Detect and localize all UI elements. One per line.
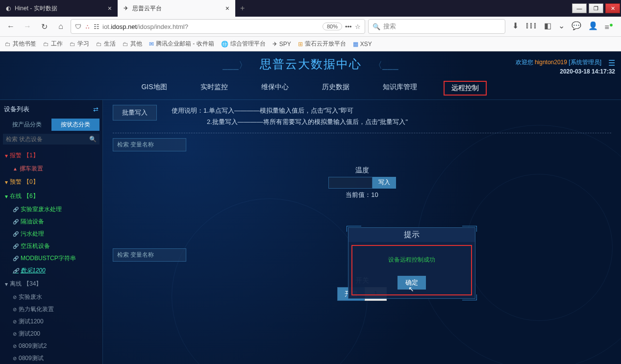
device-item[interactable]: 🔗污水处理 xyxy=(3,228,99,240)
nav-remote-control[interactable]: 远程控制 xyxy=(444,81,487,96)
device-item-selected[interactable]: 🔗数采1200 xyxy=(3,265,99,277)
variable-search[interactable]: 检索 变量名称 xyxy=(113,138,186,151)
close-icon[interactable]: × xyxy=(108,4,112,12)
chevron-down-icon: ▾ xyxy=(5,152,8,159)
dialog-ok-button[interactable]: 确定 xyxy=(397,276,426,290)
sort-icon[interactable]: ⇄ xyxy=(93,106,99,113)
reload-button[interactable]: ↻ xyxy=(37,20,51,33)
device-item[interactable]: ▲摞车装置 xyxy=(3,163,99,175)
folder-icon: 🗀 xyxy=(43,41,49,48)
write-button[interactable]: 写入 xyxy=(373,177,396,189)
title-deco-right: 〈⎯⎯⎯ xyxy=(364,60,408,70)
sidebar-icon[interactable]: ◧ xyxy=(544,21,551,32)
device-item[interactable]: ⊘0809测试2 xyxy=(3,340,99,352)
bookmark-item[interactable]: 🗀生活 xyxy=(96,40,116,48)
instructions: 使用说明：1.单点写入————模拟量输入值后，点击"写入"即可 2.批量写入——… xyxy=(172,105,408,128)
zoom-indicator[interactable]: 80% xyxy=(323,23,342,30)
nav-knowledge[interactable]: 知识库管理 xyxy=(376,81,424,96)
nav-history[interactable]: 历史数据 xyxy=(315,81,356,96)
device-item[interactable]: ⊘实验废水 xyxy=(3,291,99,303)
link-icon: 🔗 xyxy=(13,231,19,237)
bookmark-bar: 🗀其他书签 🗀工作 🗀学习 🗀生活 🗀其他 ✉腾讯企业邮箱 - 收件箱 🌐综合管… xyxy=(0,36,621,51)
new-tab-button[interactable]: + xyxy=(235,4,249,13)
tab-title: 思普云平台 xyxy=(132,4,162,13)
dialog-title: 提示 xyxy=(348,228,475,242)
filter-by-product[interactable]: 按产品分类 xyxy=(3,119,51,131)
folder-icon: 🗀 xyxy=(123,41,128,48)
unlink-icon: ⊘ xyxy=(13,343,17,349)
more-icon[interactable]: ••• xyxy=(345,23,352,30)
category-warn[interactable]: ▾预警【0】 xyxy=(3,175,99,189)
device-search-input[interactable] xyxy=(6,136,89,143)
bookmark-item[interactable]: ✈SPY xyxy=(273,41,291,48)
app-icon: ▦ xyxy=(353,41,358,48)
browser-chrome: ◐ Hinet - 实时数据 × ✈ 思普云平台 × + — ❐ ✕ ← → ↻… xyxy=(0,0,621,51)
link-icon: 🔗 xyxy=(13,243,19,249)
dialog-message: 设备远程控制成功 xyxy=(357,256,466,264)
dialog: 提示 设备远程控制成功 确定 xyxy=(348,227,475,299)
pocket-icon[interactable]: ⌄ xyxy=(558,21,565,32)
back-button[interactable]: ← xyxy=(4,20,18,33)
maximize-button[interactable]: ❐ xyxy=(589,3,603,13)
home-button[interactable]: ⌂ xyxy=(54,20,68,33)
search-placeholder: 搜索 xyxy=(383,22,396,31)
search-icon[interactable]: 🔍 xyxy=(89,136,97,143)
batch-write-button[interactable]: 批量写入 xyxy=(113,105,157,121)
close-icon[interactable]: × xyxy=(225,4,229,12)
device-search[interactable]: 🔍 xyxy=(3,134,99,145)
library-icon[interactable]: ⫿⫿⫿ xyxy=(525,21,537,32)
account-icon[interactable]: 👤 xyxy=(588,21,598,32)
forward-button[interactable]: → xyxy=(21,20,34,33)
list-icon[interactable]: ☰ xyxy=(608,58,615,68)
tab-bar: ◐ Hinet - 实时数据 × ✈ 思普云平台 × + — ❐ ✕ xyxy=(0,0,621,17)
browser-tab-sipu[interactable]: ✈ 思普云平台 × xyxy=(118,0,235,17)
temp-input[interactable] xyxy=(328,177,373,189)
folder-icon: 🗀 xyxy=(70,41,75,48)
device-item[interactable]: ⊘测试200 xyxy=(3,328,99,340)
bookmark-item[interactable]: 🗀学习 xyxy=(70,40,89,48)
category-alarm[interactable]: ▾报警【1】 xyxy=(3,148,99,163)
bookmark-item[interactable]: 🗀工作 xyxy=(43,40,63,48)
app-root: ⎯⎯⎯〉 思普云大数据中心 〈⎯⎯⎯ 欢迎您 hignton2019 [系统管理… xyxy=(0,51,621,364)
bookmark-item[interactable]: 🗀其他书签 xyxy=(5,40,36,48)
window-controls: — ❐ ✕ xyxy=(571,2,621,14)
shield-icon[interactable]: 🛡 xyxy=(75,23,81,30)
search-box[interactable]: 🔍 搜索 xyxy=(368,19,505,34)
nav-maintenance[interactable]: 维保中心 xyxy=(254,81,296,96)
window-close-button[interactable]: ✕ xyxy=(605,3,620,13)
dialog-body: 设备远程控制成功 确定 xyxy=(351,245,472,295)
device-item[interactable]: 🔗空压机设备 xyxy=(3,240,99,252)
nav-gis[interactable]: GIS地图 xyxy=(134,81,174,96)
folder-icon: 🗀 xyxy=(96,41,102,48)
bookmark-item[interactable]: ▦XSY xyxy=(353,41,372,48)
menu-icon[interactable]: ≡● xyxy=(605,21,613,32)
bookmark-item[interactable]: ✉腾讯企业邮箱 - 收件箱 xyxy=(149,40,214,48)
browser-tab-hinet[interactable]: ◐ Hinet - 实时数据 × xyxy=(0,0,118,17)
minimize-button[interactable]: — xyxy=(572,3,587,13)
device-item[interactable]: 🔗实验室废水处理 xyxy=(3,203,99,216)
category-online[interactable]: ▾在线【6】 xyxy=(3,189,99,203)
nav-realtime[interactable]: 实时监控 xyxy=(194,81,235,96)
filter-by-status[interactable]: 按状态分类 xyxy=(51,119,100,131)
url-bar: ← → ↻ ⌂ 🛡 ⛬ ☷ iot.idosp.net/idosp/index.… xyxy=(0,17,621,36)
link-icon: 🔗 xyxy=(13,207,19,212)
download-icon[interactable]: ⬇ xyxy=(512,21,519,32)
device-item[interactable]: ⊘热力氧化装置 xyxy=(3,303,99,315)
category-offline[interactable]: ▾离线【34】 xyxy=(3,277,99,291)
device-item[interactable]: ⊘0809测试 xyxy=(3,352,99,364)
device-item[interactable]: 🔗MODBUSTCP字符串 xyxy=(3,252,99,265)
url-input[interactable]: 🛡 ⛬ ☷ iot.idosp.net/idosp/index.html? 80… xyxy=(71,19,365,34)
device-item[interactable]: 🔗隔油设备 xyxy=(3,216,99,228)
link-icon: 🔗 xyxy=(13,256,19,261)
variable-search-2[interactable]: 检索 变量名称 xyxy=(113,248,186,262)
star-icon[interactable]: ☆ xyxy=(355,23,361,30)
bookmark-item[interactable]: ⊞萤石云开放平台 xyxy=(298,40,346,48)
chat-icon[interactable]: 💬 xyxy=(571,21,581,32)
divider xyxy=(113,133,611,133)
mail-icon: ✉ xyxy=(149,41,154,48)
bookmark-item[interactable]: 🌐综合管理平台 xyxy=(221,40,266,48)
device-item[interactable]: ⊘测试1200 xyxy=(3,315,99,328)
permission-icon[interactable]: ☷ xyxy=(94,23,99,30)
bookmark-item[interactable]: 🗀其他 xyxy=(123,40,142,48)
sidebar-header: 设备列表 ⇄ xyxy=(3,103,99,116)
